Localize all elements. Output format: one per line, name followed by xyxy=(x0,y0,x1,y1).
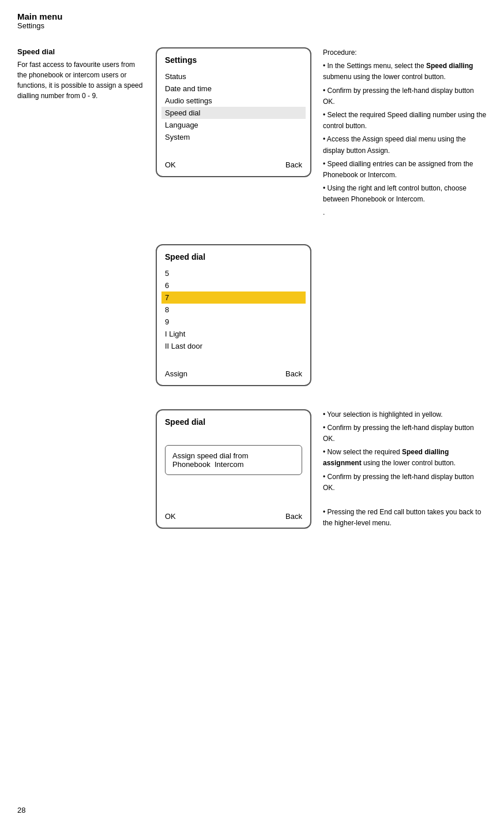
speeddial-assign-ok-button[interactable]: OK xyxy=(165,512,176,521)
speeddial-assign-screen: Speed dial Assign speed dial fromPhonebo… xyxy=(156,409,311,529)
speeddial-assign-box[interactable]: Assign speed dial fromPhonebook Intercom xyxy=(165,445,302,475)
section2-screen: Speed dial 5 6 7 8 9 I Light II Last doo… xyxy=(156,244,311,386)
section1-right-line3: • Confirm by pressing the left-hand disp… xyxy=(323,85,487,107)
section-2: Speed dial 5 6 7 8 9 I Light II Last doo… xyxy=(17,244,487,386)
section1-left: Speed dial For fast access to favourite … xyxy=(17,47,144,221)
section3-right-line1: • Your selection is highlighted in yello… xyxy=(323,409,487,420)
section2-left-empty xyxy=(17,244,144,386)
section1-right-line7: • Using the right and left control butto… xyxy=(323,183,487,205)
section3-right-line4: • Confirm by pressing the left-hand disp… xyxy=(323,472,487,494)
section1-right-line1: Procedure: xyxy=(323,47,487,58)
speeddial-item-light[interactable]: I Light xyxy=(165,328,302,340)
settings-item-language[interactable]: Language xyxy=(165,119,302,131)
speeddial-assign-label: Assign speed dial fromPhonebook Intercom xyxy=(172,451,249,469)
page-number: 28 xyxy=(17,806,25,814)
section2-right-empty xyxy=(323,244,487,386)
section-1: Speed dial For fast access to favourite … xyxy=(17,47,487,221)
speeddial-numbers-footer: Assign Back xyxy=(165,367,302,378)
section1-right-line4: • Select the required Speed dialling num… xyxy=(323,110,487,132)
section3-right-line5: • Pressing the red End call button takes… xyxy=(323,507,487,529)
speeddial-item-5[interactable]: 5 xyxy=(165,267,302,279)
page-header: Main menu Settings xyxy=(17,12,487,30)
section3-right-line2: • Confirm by pressing the left-hand disp… xyxy=(323,423,487,444)
speeddial-numbers-header: Speed dial xyxy=(165,252,302,261)
settings-screen-footer: OK Back xyxy=(165,158,302,169)
settings-item-speeddial[interactable]: Speed dial xyxy=(161,107,306,119)
speeddial-assign-button[interactable]: Assign xyxy=(165,369,187,378)
settings-item-system[interactable]: System xyxy=(165,131,302,143)
section1-right-line8: . xyxy=(323,207,487,218)
section3-right-line3: • Now select the required Speed dialling… xyxy=(323,447,487,469)
speeddial-assign-footer: OK Back xyxy=(165,510,302,521)
speeddial-back-button[interactable]: Back xyxy=(285,369,302,378)
settings-screen-header: Settings xyxy=(165,55,302,65)
settings-screen: Settings Status Date and time Audio sett… xyxy=(156,47,311,177)
speeddial-assign-header: Speed dial xyxy=(165,417,302,427)
section1-right: Procedure: • In the Settings menu, selec… xyxy=(323,47,487,221)
speeddial-item-9[interactable]: 9 xyxy=(165,316,302,328)
settings-back-button[interactable]: Back xyxy=(285,160,302,169)
speeddial-assign-back-button[interactable]: Back xyxy=(285,512,302,521)
section3-right: • Your selection is highlighted in yello… xyxy=(323,409,487,532)
main-menu-title: Main menu xyxy=(17,12,487,21)
section1-screen: Settings Status Date and time Audio sett… xyxy=(156,47,311,221)
speeddial-item-8[interactable]: 8 xyxy=(165,304,302,316)
settings-ok-button[interactable]: OK xyxy=(165,160,176,169)
section1-right-line2: • In the Settings menu, select the Speed… xyxy=(323,61,487,83)
section3-screen: Speed dial Assign speed dial fromPhonebo… xyxy=(156,409,311,532)
settings-item-audio[interactable]: Audio settings xyxy=(165,95,302,107)
speeddial-item-7[interactable]: 7 xyxy=(161,291,306,304)
section-3: Speed dial Assign speed dial fromPhonebo… xyxy=(17,409,487,532)
speeddial-numbers-screen: Speed dial 5 6 7 8 9 I Light II Last doo… xyxy=(156,244,311,386)
section1-right-line5: • Access the Assign speed dial menu usin… xyxy=(323,134,487,156)
speeddial-item-6[interactable]: 6 xyxy=(165,279,302,291)
settings-item-status[interactable]: Status xyxy=(165,70,302,83)
section1-title: Speed dial xyxy=(17,47,144,56)
section1-right-line6: • Speed dialling entries can be assigned… xyxy=(323,159,487,181)
speeddial-item-lastdoor[interactable]: II Last door xyxy=(165,340,302,352)
section3-left-empty xyxy=(17,409,144,532)
settings-item-datetime[interactable]: Date and time xyxy=(165,83,302,95)
section1-desc: For fast access to favourite users from … xyxy=(17,59,144,101)
page-subtitle: Settings xyxy=(17,21,487,30)
